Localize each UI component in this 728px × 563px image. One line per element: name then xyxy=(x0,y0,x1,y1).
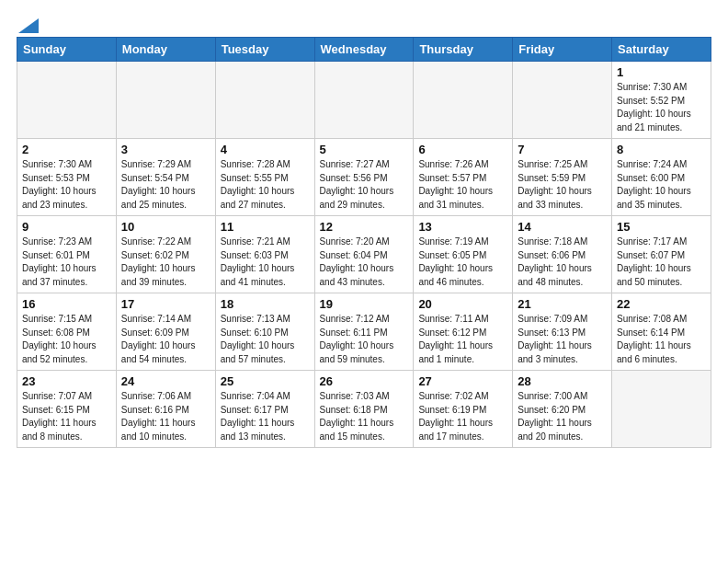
day-info: Sunrise: 7:08 AM Sunset: 6:14 PM Dayligh… xyxy=(617,313,706,366)
svg-marker-0 xyxy=(18,18,39,33)
calendar-week-3: 9Sunrise: 7:23 AM Sunset: 6:01 PM Daylig… xyxy=(17,216,711,293)
calendar-cell: 4Sunrise: 7:28 AM Sunset: 5:55 PM Daylig… xyxy=(215,139,314,216)
calendar-cell: 20Sunrise: 7:11 AM Sunset: 6:12 PM Dayli… xyxy=(414,293,513,371)
day-number: 20 xyxy=(418,297,507,311)
day-number: 9 xyxy=(22,220,111,234)
calendar-cell: 11Sunrise: 7:21 AM Sunset: 6:03 PM Dayli… xyxy=(215,216,314,293)
day-number: 1 xyxy=(617,65,706,79)
day-number: 23 xyxy=(22,374,111,388)
day-info: Sunrise: 7:02 AM Sunset: 6:19 PM Dayligh… xyxy=(418,390,507,443)
day-number: 2 xyxy=(22,143,111,156)
day-info: Sunrise: 7:13 AM Sunset: 6:10 PM Dayligh… xyxy=(221,313,310,366)
day-info: Sunrise: 7:30 AM Sunset: 5:53 PM Dayligh… xyxy=(22,158,111,212)
day-number: 24 xyxy=(121,374,210,388)
day-number: 22 xyxy=(617,297,706,311)
day-info: Sunrise: 7:09 AM Sunset: 6:13 PM Dayligh… xyxy=(518,313,607,366)
calendar-table: SundayMondayTuesdayWednesdayThursdayFrid… xyxy=(17,37,711,448)
day-number: 16 xyxy=(22,297,111,311)
day-number: 4 xyxy=(221,143,310,156)
day-number: 15 xyxy=(617,220,706,234)
day-number: 13 xyxy=(418,220,507,234)
day-info: Sunrise: 7:23 AM Sunset: 6:01 PM Dayligh… xyxy=(22,236,111,289)
day-info: Sunrise: 7:28 AM Sunset: 5:55 PM Dayligh… xyxy=(221,158,310,212)
calendar-cell: 26Sunrise: 7:03 AM Sunset: 6:18 PM Dayli… xyxy=(314,371,414,448)
logo xyxy=(17,17,39,28)
calendar-cell xyxy=(17,62,117,139)
day-info: Sunrise: 7:04 AM Sunset: 6:17 PM Dayligh… xyxy=(221,390,310,443)
calendar-cell: 28Sunrise: 7:00 AM Sunset: 6:20 PM Dayli… xyxy=(513,371,612,448)
day-info: Sunrise: 7:17 AM Sunset: 6:07 PM Dayligh… xyxy=(617,236,706,289)
day-number: 11 xyxy=(221,220,310,234)
calendar-cell: 5Sunrise: 7:27 AM Sunset: 5:56 PM Daylig… xyxy=(314,139,414,216)
calendar-cell: 3Sunrise: 7:29 AM Sunset: 5:54 PM Daylig… xyxy=(116,139,215,216)
day-number: 6 xyxy=(418,143,507,156)
calendar-cell: 15Sunrise: 7:17 AM Sunset: 6:07 PM Dayli… xyxy=(612,216,711,293)
day-info: Sunrise: 7:20 AM Sunset: 6:04 PM Dayligh… xyxy=(320,236,409,289)
logo-icon xyxy=(18,18,39,33)
header xyxy=(17,17,711,28)
day-info: Sunrise: 7:06 AM Sunset: 6:16 PM Dayligh… xyxy=(121,390,210,443)
day-number: 18 xyxy=(221,297,310,311)
calendar-cell xyxy=(116,62,215,139)
day-info: Sunrise: 7:27 AM Sunset: 5:56 PM Dayligh… xyxy=(320,158,409,212)
calendar-cell: 19Sunrise: 7:12 AM Sunset: 6:11 PM Dayli… xyxy=(314,293,414,371)
day-number: 8 xyxy=(617,143,706,156)
day-number: 26 xyxy=(320,374,409,388)
day-number: 27 xyxy=(418,374,507,388)
calendar-week-4: 16Sunrise: 7:15 AM Sunset: 6:08 PM Dayli… xyxy=(17,293,711,371)
day-info: Sunrise: 7:26 AM Sunset: 5:57 PM Dayligh… xyxy=(418,158,507,212)
day-info: Sunrise: 7:11 AM Sunset: 6:12 PM Dayligh… xyxy=(418,313,507,366)
calendar-cell: 10Sunrise: 7:22 AM Sunset: 6:02 PM Dayli… xyxy=(116,216,215,293)
calendar-cell xyxy=(612,371,711,448)
day-info: Sunrise: 7:00 AM Sunset: 6:20 PM Dayligh… xyxy=(518,390,607,443)
calendar-cell: 14Sunrise: 7:18 AM Sunset: 6:06 PM Dayli… xyxy=(513,216,612,293)
day-info: Sunrise: 7:29 AM Sunset: 5:54 PM Dayligh… xyxy=(121,158,210,212)
day-info: Sunrise: 7:21 AM Sunset: 6:03 PM Dayligh… xyxy=(221,236,310,289)
calendar-cell: 7Sunrise: 7:25 AM Sunset: 5:59 PM Daylig… xyxy=(513,139,612,216)
calendar-cell: 8Sunrise: 7:24 AM Sunset: 6:00 PM Daylig… xyxy=(612,139,711,216)
day-info: Sunrise: 7:18 AM Sunset: 6:06 PM Dayligh… xyxy=(518,236,607,289)
day-number: 12 xyxy=(320,220,409,234)
day-number: 17 xyxy=(121,297,210,311)
weekday-header-thursday: Thursday xyxy=(414,38,513,62)
calendar-cell: 23Sunrise: 7:07 AM Sunset: 6:15 PM Dayli… xyxy=(17,371,117,448)
day-info: Sunrise: 7:03 AM Sunset: 6:18 PM Dayligh… xyxy=(320,390,409,443)
weekday-header-sunday: Sunday xyxy=(17,38,117,62)
calendar-week-1: 1Sunrise: 7:30 AM Sunset: 5:52 PM Daylig… xyxy=(17,62,711,139)
calendar-cell: 9Sunrise: 7:23 AM Sunset: 6:01 PM Daylig… xyxy=(17,216,117,293)
day-number: 14 xyxy=(518,220,607,234)
calendar-cell: 18Sunrise: 7:13 AM Sunset: 6:10 PM Dayli… xyxy=(215,293,314,371)
calendar-cell: 16Sunrise: 7:15 AM Sunset: 6:08 PM Dayli… xyxy=(17,293,117,371)
day-number: 28 xyxy=(518,374,607,388)
day-info: Sunrise: 7:19 AM Sunset: 6:05 PM Dayligh… xyxy=(418,236,507,289)
day-number: 19 xyxy=(320,297,409,311)
weekday-header-friday: Friday xyxy=(513,38,612,62)
calendar-cell: 24Sunrise: 7:06 AM Sunset: 6:16 PM Dayli… xyxy=(116,371,215,448)
day-info: Sunrise: 7:14 AM Sunset: 6:09 PM Dayligh… xyxy=(121,313,210,366)
calendar-cell xyxy=(414,62,513,139)
calendar-cell xyxy=(215,62,314,139)
calendar-cell: 17Sunrise: 7:14 AM Sunset: 6:09 PM Dayli… xyxy=(116,293,215,371)
calendar-cell: 27Sunrise: 7:02 AM Sunset: 6:19 PM Dayli… xyxy=(414,371,513,448)
calendar-cell: 22Sunrise: 7:08 AM Sunset: 6:14 PM Dayli… xyxy=(612,293,711,371)
weekday-header-monday: Monday xyxy=(116,38,215,62)
day-info: Sunrise: 7:15 AM Sunset: 6:08 PM Dayligh… xyxy=(22,313,111,366)
day-info: Sunrise: 7:12 AM Sunset: 6:11 PM Dayligh… xyxy=(320,313,409,366)
calendar-cell xyxy=(314,62,414,139)
day-number: 10 xyxy=(121,220,210,234)
day-number: 21 xyxy=(518,297,607,311)
day-info: Sunrise: 7:25 AM Sunset: 5:59 PM Dayligh… xyxy=(518,158,607,212)
day-info: Sunrise: 7:22 AM Sunset: 6:02 PM Dayligh… xyxy=(121,236,210,289)
calendar-week-2: 2Sunrise: 7:30 AM Sunset: 5:53 PM Daylig… xyxy=(17,139,711,216)
calendar-cell: 25Sunrise: 7:04 AM Sunset: 6:17 PM Dayli… xyxy=(215,371,314,448)
day-info: Sunrise: 7:07 AM Sunset: 6:15 PM Dayligh… xyxy=(22,390,111,443)
calendar-cell: 13Sunrise: 7:19 AM Sunset: 6:05 PM Dayli… xyxy=(414,216,513,293)
calendar-cell: 6Sunrise: 7:26 AM Sunset: 5:57 PM Daylig… xyxy=(414,139,513,216)
calendar-page: SundayMondayTuesdayWednesdayThursdayFrid… xyxy=(0,0,728,457)
weekday-header-wednesday: Wednesday xyxy=(314,38,414,62)
calendar-cell xyxy=(513,62,612,139)
weekday-header-row: SundayMondayTuesdayWednesdayThursdayFrid… xyxy=(17,38,711,62)
day-info: Sunrise: 7:24 AM Sunset: 6:00 PM Dayligh… xyxy=(617,158,706,212)
calendar-cell: 12Sunrise: 7:20 AM Sunset: 6:04 PM Dayli… xyxy=(314,216,414,293)
calendar-cell: 21Sunrise: 7:09 AM Sunset: 6:13 PM Dayli… xyxy=(513,293,612,371)
